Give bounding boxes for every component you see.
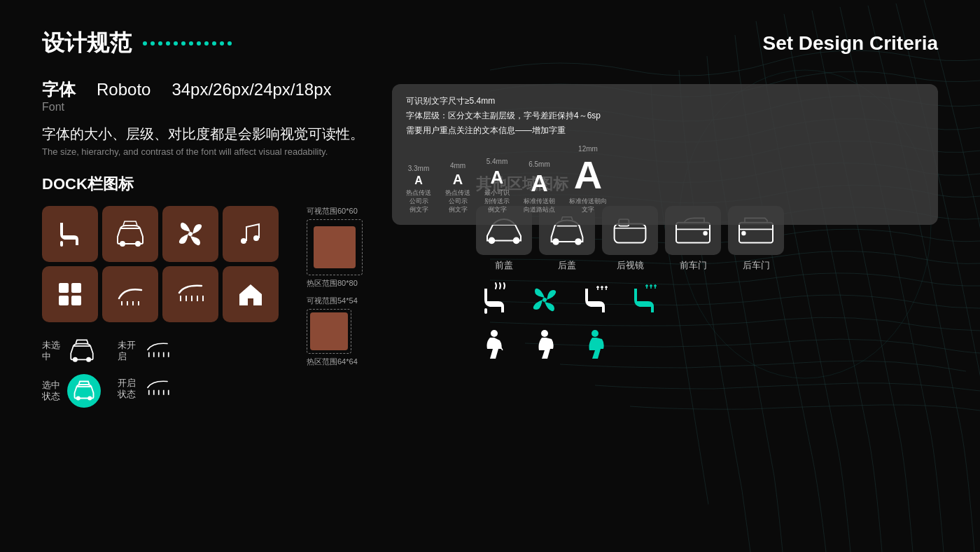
home-icon <box>234 277 267 311</box>
car-selected-circle <box>67 374 101 408</box>
defrost-selected: 开启状态 <box>118 374 172 403</box>
svg-point-23 <box>88 396 92 400</box>
defrost-off-icon <box>143 336 172 366</box>
svg-point-46 <box>491 330 498 337</box>
seat-cool-icon <box>577 282 613 318</box>
dock-icon-defrost-rear <box>162 266 218 322</box>
header-left: 设计规范 <box>42 28 232 59</box>
person-lean-icon <box>476 328 512 364</box>
rear-door-label: 后车门 <box>743 259 770 272</box>
size-refs: 可视范围60*60 热区范围80*80 可视范围54*54 <box>307 206 363 367</box>
font-spec-card: 可识别文字尺寸≥5.4mm 字体层级：区分文本主副层级，字号差距保持4～6sp … <box>392 84 938 225</box>
dot-6 <box>181 41 186 46</box>
svg-point-2 <box>120 241 125 247</box>
defrost-states: 未开启 开启 <box>118 336 172 408</box>
dock-icon-music <box>223 206 279 262</box>
page-title-cn: 设计规范 <box>42 28 132 59</box>
dot-8 <box>197 41 201 46</box>
fan-teal-icon <box>526 282 563 318</box>
dot-5 <box>174 41 178 46</box>
page-title-en: Set Design Criteria <box>762 32 938 55</box>
dock-icon-seat <box>42 206 98 262</box>
svg-rect-38 <box>615 223 646 242</box>
svg-point-5 <box>241 238 246 244</box>
font-sample-2: 4mm A 热点传送公司示例文字 <box>445 162 470 214</box>
visible-zone-60 <box>314 226 356 268</box>
hot-54-label: 热区范围64*64 <box>307 357 363 367</box>
font-sample-1: 3.3mm A 热点传送公司示例文字 <box>406 165 431 214</box>
svg-point-22 <box>76 396 80 400</box>
dock-icon-defrost-front <box>102 266 158 322</box>
svg-point-21 <box>86 357 91 362</box>
dot-4 <box>166 41 170 46</box>
defrost-on-icon <box>143 374 172 403</box>
size-ref-60: 可视范围60*60 热区范围80*80 <box>307 206 363 289</box>
visible-60-label: 可视范围60*60 <box>307 206 363 216</box>
front-door-label: 前车门 <box>680 259 707 272</box>
font-label-en: Font <box>42 100 76 113</box>
car-selected-icon <box>71 378 97 403</box>
defrost-rear-icon <box>174 277 207 311</box>
font-sizes: 34px/26px/24px/18px <box>172 80 331 99</box>
car-icon <box>113 217 147 251</box>
visible-zone-54 <box>310 312 348 350</box>
font-sample-4: 6.5mm A 标准传送朝向道路站点 <box>524 160 555 214</box>
size-ref-60-box <box>307 219 363 275</box>
grid-icon <box>53 277 87 311</box>
seat-cool-alt-icon <box>627 282 664 318</box>
svg-point-41 <box>704 232 707 235</box>
dock-section: DOCK栏图标 <box>42 174 448 408</box>
seat-icon <box>53 217 87 251</box>
font-sample-5: 12mm A 标准传送朝向文字 <box>569 145 607 214</box>
selected-label: 选中状态 <box>42 380 60 401</box>
font-sample-3: 5.4mm A 最小可识别传送示例文字 <box>484 158 510 214</box>
defrost-unselected: 未开启 <box>118 336 172 366</box>
svg-point-37 <box>575 239 581 244</box>
svg-point-3 <box>135 241 141 247</box>
car-selected: 选中状态 <box>42 374 101 408</box>
size-ref-54-box <box>307 309 351 354</box>
svg-point-34 <box>489 237 494 243</box>
dock-icon-car <box>102 206 158 262</box>
svg-rect-1 <box>60 241 63 247</box>
font-name: Roboto <box>97 80 150 99</box>
font-spec-text2: 字体层级：区分文本主副层级，字号差距保持4～6sp <box>406 110 924 122</box>
defrost-off-label: 未开启 <box>118 340 136 361</box>
dock-icon-grid <box>42 266 98 322</box>
svg-point-43 <box>742 232 746 235</box>
dot-12 <box>227 41 232 46</box>
font-spec-samples: 3.3mm A 热点传送公司示例文字 4mm A 热点传送公司示例文字 5.4m… <box>406 145 924 214</box>
svg-point-47 <box>541 330 548 337</box>
mirror-label: 后视镜 <box>617 259 644 272</box>
font-label-cn: 字体 <box>42 80 76 100</box>
dock-icons-grid <box>42 206 279 322</box>
car-states: 未选中 选中状态 <box>42 336 101 408</box>
header-dots <box>143 41 232 46</box>
dot-7 <box>189 41 193 46</box>
person-lean2-icon <box>526 328 563 364</box>
dot-10 <box>212 41 216 46</box>
dot-3 <box>158 41 162 46</box>
state-icons-section: 未选中 选中状态 <box>42 336 279 408</box>
dock-icon-home <box>223 266 279 322</box>
unselected-label: 未选中 <box>42 340 60 361</box>
hot-60-label: 热区范围80*80 <box>307 278 363 289</box>
svg-rect-44 <box>484 308 487 314</box>
dot-2 <box>150 41 155 46</box>
dock-icon-fan <box>162 206 218 262</box>
defrost-on-label: 开启状态 <box>118 378 136 399</box>
dock-section-title: DOCK栏图标 <box>42 174 448 195</box>
svg-point-35 <box>514 237 519 243</box>
dot-11 <box>220 41 224 46</box>
svg-rect-9 <box>59 296 69 305</box>
dot-1 <box>143 41 147 46</box>
car-unselected-icon <box>67 336 97 366</box>
svg-point-20 <box>73 357 78 362</box>
font-spec-text3: 需要用户重点关注的文本信息——增加字重 <box>406 125 924 137</box>
fan-icon <box>174 217 207 251</box>
person-lean3-icon <box>577 328 613 364</box>
defrost-front-icon <box>113 277 147 311</box>
svg-point-36 <box>553 239 559 244</box>
header: 设计规范 Set Design Criteria <box>42 28 938 59</box>
hood-label: 前盖 <box>495 259 513 272</box>
